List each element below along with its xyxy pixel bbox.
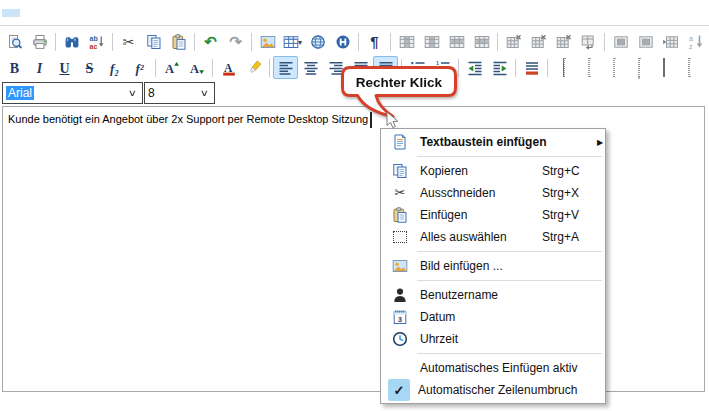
glyph-icon: f² bbox=[135, 61, 143, 76]
border-horizontal-button[interactable] bbox=[626, 56, 651, 79]
increase-font-button[interactable] bbox=[159, 56, 184, 79]
border-none-button[interactable] bbox=[576, 56, 601, 79]
menu-separator bbox=[417, 280, 602, 281]
binoc-icon bbox=[64, 34, 80, 50]
horizontal-rule-button[interactable] bbox=[330, 31, 355, 54]
border-bottom-button[interactable] bbox=[601, 56, 626, 79]
replace-button[interactable] bbox=[84, 31, 109, 54]
insert-column-right-button[interactable] bbox=[419, 31, 444, 54]
a-down-icon bbox=[189, 60, 205, 76]
menu-item-label: Datum bbox=[412, 310, 542, 324]
font-family-combobox[interactable]: Arial ∨ bbox=[2, 82, 143, 104]
highlight-button[interactable] bbox=[241, 56, 266, 79]
tbl-x-icon bbox=[506, 34, 522, 50]
merge-cells-button[interactable] bbox=[576, 31, 601, 54]
acolor-icon bbox=[221, 60, 237, 76]
chevron-down-icon[interactable]: ∨ bbox=[192, 88, 218, 98]
toolbar-separator bbox=[390, 33, 391, 51]
copy-button[interactable] bbox=[141, 31, 166, 54]
insert-row-below-button[interactable] bbox=[469, 31, 494, 54]
copy-icon bbox=[146, 34, 162, 50]
insert-image-button[interactable] bbox=[255, 31, 280, 54]
border-left-bottom-button[interactable] bbox=[551, 56, 576, 79]
redo-button[interactable]: ↷ bbox=[223, 31, 248, 54]
menu-item-icon bbox=[388, 161, 412, 181]
delete-table-button[interactable] bbox=[551, 31, 576, 54]
delete-column-button[interactable] bbox=[526, 31, 551, 54]
cell-properties-button[interactable] bbox=[658, 31, 683, 54]
menu-item-bild-einfuegen[interactable]: Bild einfügen ... bbox=[381, 255, 605, 277]
menu-item-shortcut: Strg+V bbox=[542, 208, 594, 222]
menu-item-kopieren[interactable]: Kopieren Strg+C bbox=[381, 160, 605, 182]
align-left-button[interactable] bbox=[273, 56, 298, 79]
paste-button[interactable] bbox=[166, 31, 191, 54]
undo-button[interactable]: ↶ bbox=[198, 31, 223, 54]
paragraph-color-button[interactable] bbox=[519, 56, 544, 79]
hyperlink-button[interactable] bbox=[305, 31, 330, 54]
chevron-down-icon[interactable]: ∨ bbox=[120, 88, 146, 98]
tab-notizen[interactable] bbox=[20, 9, 38, 17]
menu-item-icon bbox=[388, 227, 412, 247]
print-button[interactable] bbox=[27, 31, 52, 54]
sort-button[interactable] bbox=[683, 31, 708, 54]
al-center-icon bbox=[303, 60, 319, 76]
menu-item-icon bbox=[388, 329, 412, 349]
select-table-button[interactable] bbox=[633, 31, 658, 54]
bold-button[interactable]: B bbox=[2, 56, 27, 79]
editor-text: Kunde benötigt ein Angebot über 2x Suppo… bbox=[8, 113, 368, 125]
menu-item-icon bbox=[388, 205, 412, 225]
font-color-button[interactable] bbox=[216, 56, 241, 79]
glyph-icon: ↶ bbox=[204, 33, 217, 50]
subscript-button[interactable]: f₂ bbox=[102, 56, 127, 79]
menu-item-label: Uhrzeit bbox=[412, 332, 542, 346]
delete-row-button[interactable] bbox=[501, 31, 526, 54]
menu-item-benutzername[interactable]: Benutzername bbox=[381, 284, 605, 306]
toolbar-separator bbox=[604, 33, 605, 51]
cut-button[interactable]: ✂ bbox=[116, 31, 141, 54]
a-up-icon bbox=[164, 60, 180, 76]
align-center-button[interactable] bbox=[298, 56, 323, 79]
tbl-split-icon bbox=[581, 34, 597, 50]
border-all-button[interactable] bbox=[651, 56, 676, 79]
decrease-font-button[interactable] bbox=[184, 56, 209, 79]
toolbar-separator bbox=[269, 59, 270, 77]
dropdown-arrow-icon[interactable]: ▾ bbox=[298, 38, 302, 47]
indent-button[interactable] bbox=[487, 56, 512, 79]
insert-row-above-button[interactable] bbox=[444, 31, 469, 54]
italic-button[interactable]: I bbox=[27, 56, 52, 79]
insert-column-left-button[interactable] bbox=[394, 31, 419, 54]
toolbar-separator bbox=[212, 59, 213, 77]
menu-item-alles-auswaehlen[interactable]: Alles auswählen Strg+A bbox=[381, 226, 605, 248]
bsq-icon bbox=[613, 58, 615, 77]
menu-item-ausschneiden[interactable]: ✂ Ausschneiden Strg+X bbox=[381, 182, 605, 204]
underline-button[interactable]: U bbox=[52, 56, 77, 79]
glyph-icon: I bbox=[37, 61, 42, 76]
menu-item-icon bbox=[388, 358, 412, 378]
font-size-combobox[interactable]: 8 ∨ bbox=[144, 82, 215, 104]
insert-table-button[interactable]: ▾ bbox=[280, 31, 305, 54]
menu-item-automatisches-einfuegen-aktiv[interactable]: Automatisches Einfügen aktiv bbox=[381, 357, 605, 379]
glyph-icon: U bbox=[59, 61, 69, 76]
menu-item-datum[interactable]: Datum bbox=[381, 306, 605, 328]
superscript-button[interactable]: f² bbox=[127, 56, 152, 79]
menu-item-uhrzeit[interactable]: Uhrzeit bbox=[381, 328, 605, 350]
formatting-marks-button[interactable]: ¶ bbox=[362, 31, 387, 54]
menu-item-automatischer-zeilenumbruch[interactable]: ✓ Automatischer Zeilenumbruch bbox=[381, 379, 605, 401]
menu-item-textbaustein-einfuegen[interactable]: Textbaustein einfügen ▶ bbox=[381, 131, 605, 153]
glyph-icon: B bbox=[10, 61, 19, 76]
copy-icon bbox=[392, 163, 408, 179]
al-left-icon bbox=[278, 60, 294, 76]
select-cell-button[interactable] bbox=[608, 31, 633, 54]
mag-icon bbox=[7, 34, 23, 50]
glyph-icon: f₂ bbox=[110, 61, 119, 76]
tbl-arrow-icon bbox=[663, 34, 679, 50]
tab-text[interactable] bbox=[2, 9, 20, 17]
menu-item-einfuegen[interactable]: Einfügen Strg+V bbox=[381, 204, 605, 226]
tab-zeiten[interactable] bbox=[56, 9, 74, 17]
tab-benutzerdefinierte-felder[interactable] bbox=[74, 9, 92, 17]
find-button[interactable] bbox=[59, 31, 84, 54]
border-clear-button[interactable] bbox=[676, 56, 701, 79]
tab-anhaenge[interactable] bbox=[38, 9, 56, 17]
strikethrough-button[interactable]: S bbox=[77, 56, 102, 79]
print-preview-button[interactable] bbox=[2, 31, 27, 54]
